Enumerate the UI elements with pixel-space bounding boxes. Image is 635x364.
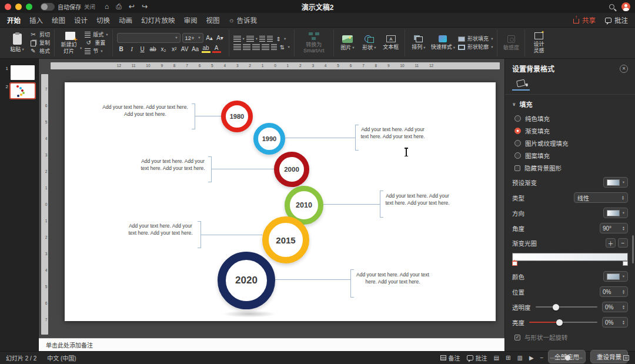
shape-outline-button[interactable]: 形状轮廓▾ — [458, 44, 493, 51]
brightness-slider[interactable] — [529, 322, 597, 323]
strikethrough-button[interactable]: ab — [149, 45, 158, 54]
indent-decrease-icon[interactable] — [259, 36, 265, 42]
slide-canvas[interactable]: Add your text here. Add your text here. … — [65, 82, 496, 321]
transparency-stepper[interactable]: 0% ▲▼ — [602, 302, 628, 312]
autosave-toggle[interactable]: 自动保存 关闭 — [41, 2, 95, 11]
panel-scrollbar[interactable] — [632, 235, 634, 263]
bold-button[interactable]: B — [117, 45, 126, 54]
tab-view[interactable]: 视图 — [206, 15, 220, 25]
grow-font-button[interactable]: A▴ — [205, 34, 214, 42]
share-button[interactable]: 共享 — [573, 15, 596, 25]
comments-toggle-button[interactable]: 批注 — [467, 353, 487, 362]
position-stepper[interactable]: 0% ▲▼ — [600, 286, 628, 297]
timeline-circle-2000[interactable]: 2000 — [274, 152, 309, 187]
slide-thumbnail-1[interactable] — [11, 65, 35, 80]
option-gradient-fill[interactable]: 渐变填充 — [505, 125, 635, 137]
quick-styles-button[interactable]: 快速样式▾ — [431, 35, 455, 50]
zoom-window-button[interactable] — [26, 4, 32, 10]
convert-to-smartart-button[interactable]: 转换为SmartArt — [299, 32, 329, 54]
comments-button[interactable]: 批注 — [605, 15, 628, 25]
remove-stop-button[interactable]: − — [618, 238, 628, 248]
search-icon[interactable] — [609, 4, 614, 9]
shape-fill-button[interactable]: 形状填充▾ — [458, 35, 493, 42]
italic-button[interactable]: I — [128, 45, 136, 54]
zoom-slider[interactable] — [550, 358, 583, 359]
timeline-circle-1980[interactable]: 1980 — [221, 101, 253, 132]
angle-stepper[interactable]: 90° ▲▼ — [600, 223, 628, 233]
picture-button[interactable]: 图片▾ — [338, 35, 357, 51]
columns-icon[interactable] — [271, 44, 277, 50]
highlight-color-button[interactable]: ab — [202, 45, 210, 53]
rotate-with-shape-option[interactable]: ✓ 与形状一起旋转 — [505, 329, 635, 345]
add-stop-button[interactable]: ＋ — [606, 238, 616, 248]
timeline-text-2010[interactable]: Add your text here. Add your text here. … — [385, 192, 450, 207]
tab-transitions[interactable]: 切换 — [96, 15, 110, 25]
bullets-icon[interactable] — [233, 36, 241, 42]
change-case-button[interactable]: Aa — [191, 45, 200, 54]
option-pattern-fill[interactable]: 图案填充 — [505, 149, 635, 162]
slider-knob[interactable] — [553, 304, 559, 310]
tab-animations[interactable]: 动画 — [119, 15, 132, 25]
copy-button[interactable]: 复制 — [29, 39, 50, 46]
font-name-select[interactable]: ▾ — [117, 33, 181, 43]
gradient-bar[interactable] — [512, 253, 628, 261]
arrange-button[interactable]: 排列▾ — [409, 35, 428, 50]
textbox-button[interactable]: A 文本框 — [382, 35, 400, 50]
tab-design[interactable]: 设计 — [74, 15, 88, 25]
vertical-ruler[interactable]: 7 6 5 4 3 2 1 0 1 2 3 4 5 6 7 — [41, 74, 48, 335]
align-right-icon[interactable] — [252, 44, 260, 50]
close-window-button[interactable] — [5, 4, 11, 10]
timeline-circle-2015[interactable]: 2015 — [262, 216, 309, 263]
close-panel-icon[interactable]: ✕ — [620, 65, 628, 73]
gradient-stop-selected[interactable] — [512, 261, 517, 266]
cut-button[interactable]: ✂剪切 — [29, 31, 50, 38]
direction-dropdown[interactable]: ▾ — [603, 208, 628, 218]
font-color-button[interactable]: A — [212, 45, 221, 53]
text-direction-icon[interactable]: ⇅ — [279, 44, 286, 51]
color-dropdown[interactable]: ▾ — [603, 271, 628, 282]
shapes-button[interactable]: 形状▾ — [360, 35, 379, 51]
subscript-button[interactable]: x₂ — [159, 45, 168, 54]
timeline-text-1980[interactable]: Add your text here. Add your text here. … — [101, 103, 189, 118]
gradient-stop[interactable] — [623, 261, 628, 266]
notes-toggle-button[interactable]: 备注 — [440, 353, 460, 362]
timeline-text-1990[interactable]: Add your text here. Add your text here. … — [360, 126, 426, 141]
notes-pane[interactable]: 单击此处添加备注 — [39, 338, 504, 351]
timeline-circle-1990[interactable]: 1990 — [253, 123, 285, 155]
line-spacing-icon[interactable]: ⇕ — [275, 36, 282, 42]
slider-knob[interactable] — [556, 319, 563, 326]
fill-tab-button[interactable] — [512, 77, 530, 91]
tab-review[interactable]: 审阅 — [184, 15, 198, 25]
gradient-type-dropdown[interactable]: 线性 ▲▼ — [574, 192, 628, 203]
format-painter-button[interactable]: ✎格式 — [29, 48, 50, 55]
tab-draw[interactable]: 绘图 — [52, 15, 65, 25]
numbering-icon[interactable] — [246, 36, 254, 42]
design-ideas-button[interactable]: 设计灵感 — [529, 32, 548, 54]
tab-home[interactable]: 开始 — [7, 15, 21, 25]
timeline-text-2000[interactable]: Add your text here. Add your text here. … — [139, 158, 207, 172]
align-left-icon[interactable] — [233, 44, 241, 50]
reset-button[interactable]: ↺重置 — [85, 39, 108, 46]
font-size-select[interactable]: 12+▾ — [182, 33, 203, 43]
autosave-switch-icon[interactable] — [41, 3, 55, 11]
shrink-font-button[interactable]: A▾ — [216, 34, 225, 42]
character-spacing-button[interactable]: AV — [181, 45, 189, 54]
underline-button[interactable]: U — [138, 45, 147, 54]
superscript-button[interactable]: x² — [170, 45, 179, 54]
transparency-slider[interactable] — [536, 306, 598, 308]
undo-icon[interactable]: ↩ — [129, 2, 135, 11]
normal-view-icon[interactable]: ▤ — [494, 355, 499, 361]
section-button[interactable]: 节▾ — [85, 48, 108, 55]
account-avatar[interactable] — [621, 2, 630, 11]
home-icon[interactable]: ⌂ — [105, 2, 109, 11]
align-center-icon[interactable] — [243, 44, 250, 50]
preset-gradient-dropdown[interactable]: ▾ — [603, 177, 628, 188]
reset-background-button[interactable]: 重设背景 — [590, 350, 628, 363]
timeline-circle-2020[interactable]: 2020 — [218, 252, 275, 309]
language-indicator[interactable]: 中文 (中国) — [47, 353, 76, 362]
timeline-text-2020[interactable]: Add your text here. Add your text here. … — [355, 271, 430, 286]
layout-button[interactable]: 版式▾ — [85, 31, 108, 38]
option-hide-background[interactable]: 隐藏背景图形 — [505, 162, 635, 174]
indent-increase-icon[interactable] — [267, 36, 273, 42]
redo-icon[interactable]: ↪ — [142, 2, 148, 11]
